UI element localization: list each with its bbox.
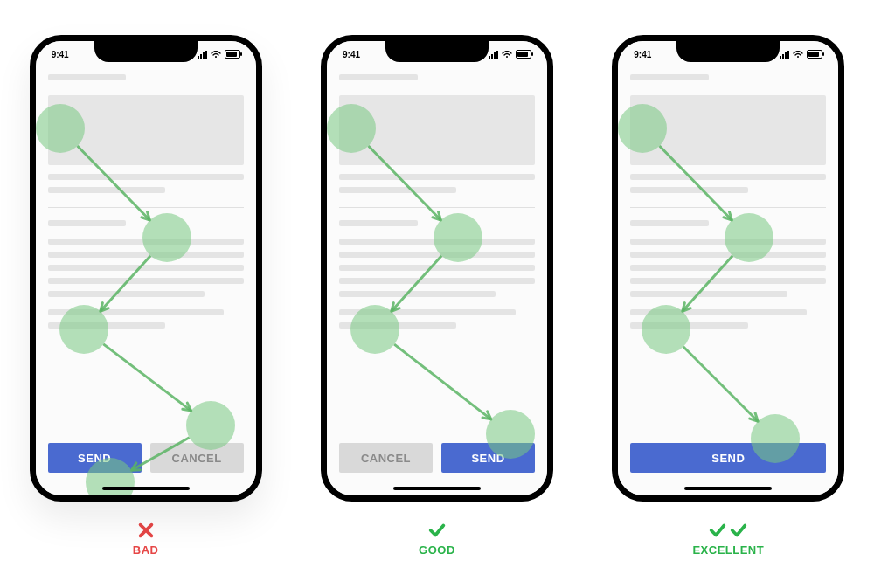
cross-icon xyxy=(136,521,156,540)
check-icon xyxy=(427,521,447,540)
rating-label: EXCELLENT xyxy=(692,543,764,557)
send-button[interactable]: SEND xyxy=(630,443,826,473)
button-row: CANCEL SEND xyxy=(339,443,535,473)
rating-label: BAD xyxy=(133,543,159,557)
svg-point-6 xyxy=(506,56,508,58)
send-button[interactable]: SEND xyxy=(441,443,535,473)
send-button[interactable]: SEND xyxy=(48,443,142,473)
battery-icon xyxy=(807,50,822,59)
phone-frame: 9:41 xyxy=(321,35,553,502)
svg-point-0 xyxy=(215,56,217,58)
status-time: 9:41 xyxy=(634,50,651,59)
screen-content: SEND xyxy=(618,41,838,495)
wifi-icon xyxy=(502,51,512,58)
status-icons xyxy=(489,50,531,59)
check-icon xyxy=(708,521,727,540)
rating-label: GOOD xyxy=(419,543,455,557)
check-icon xyxy=(729,521,748,540)
cancel-button[interactable]: CANCEL xyxy=(339,443,433,473)
phone-frame: 9:41 xyxy=(612,35,844,502)
notch xyxy=(94,39,198,62)
notch xyxy=(676,39,780,62)
battery-icon xyxy=(225,50,240,59)
button-row: SEND xyxy=(630,443,826,473)
notch xyxy=(385,39,489,62)
cellular-icon xyxy=(198,51,207,59)
wifi-icon xyxy=(211,51,221,58)
home-indicator xyxy=(102,487,190,490)
screen-content: SEND CANCEL xyxy=(36,41,256,495)
home-indicator xyxy=(684,487,772,490)
status-time: 9:41 xyxy=(52,50,69,59)
cancel-button[interactable]: CANCEL xyxy=(150,443,244,473)
home-indicator xyxy=(393,487,481,490)
status-icons xyxy=(780,50,822,59)
variant-excellent: 9:41 xyxy=(612,35,844,557)
rating-good: GOOD xyxy=(419,521,455,557)
phone-frame: 9:41 xyxy=(30,35,262,502)
screen-content: CANCEL SEND xyxy=(327,41,547,495)
variant-bad: 9:41 xyxy=(30,35,262,557)
rating-bad: BAD xyxy=(133,521,159,557)
cellular-icon xyxy=(780,51,789,59)
variant-good: 9:41 xyxy=(321,35,553,557)
comparison-diagram: 9:41 xyxy=(0,0,874,588)
wifi-icon xyxy=(793,51,803,58)
rating-excellent: EXCELLENT xyxy=(692,521,764,557)
cellular-icon xyxy=(489,51,498,59)
status-icons xyxy=(198,50,240,59)
button-row: SEND CANCEL xyxy=(48,443,244,473)
svg-point-11 xyxy=(797,56,799,58)
battery-icon xyxy=(516,50,531,59)
status-time: 9:41 xyxy=(343,50,360,59)
